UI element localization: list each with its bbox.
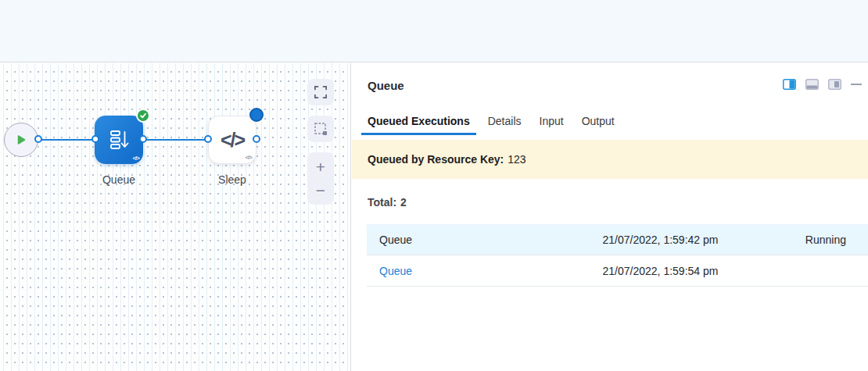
canvas-toolbar: + − (307, 79, 334, 205)
panel-title: Queue (368, 79, 404, 92)
tab-output[interactable]: Output (576, 109, 621, 135)
execution-status: Running (719, 234, 868, 246)
dock-side-icon[interactable] (783, 79, 796, 90)
tab-input[interactable]: Input (533, 109, 570, 135)
execution-time: 21/07/2022, 1:59:42 pm (601, 234, 719, 246)
node-label-queue: Queue (80, 173, 158, 186)
panel-window-controls (783, 79, 862, 90)
total-count: Total:2 (368, 196, 852, 209)
total-label: Total: (368, 196, 396, 209)
execution-time: 21/07/2022, 1:59:54 pm (601, 265, 719, 277)
queue-icon (107, 128, 131, 152)
node-sleep[interactable]: </> </> (208, 116, 256, 164)
resource-key-value: 123 (508, 153, 525, 166)
executions-table: Queue 21/07/2022, 1:59:42 pm Running Que… (367, 224, 868, 287)
select-area-icon (314, 123, 328, 136)
zoom-out-button[interactable]: − (316, 182, 325, 198)
details-panel: Queue Queued Executi (352, 63, 868, 371)
code-mini-icon: </> (245, 154, 252, 161)
code-icon: </> (221, 129, 244, 152)
tab-queued-executions[interactable]: Queued Executions (361, 109, 476, 135)
connection-queue-to-sleep[interactable] (143, 139, 209, 141)
zoom-button-group: + − (307, 152, 334, 205)
code-mini-icon: </> (132, 155, 139, 162)
top-bar (0, 0, 868, 62)
play-icon (16, 134, 27, 145)
resource-key-banner: Queued by Resource Key:123 (352, 140, 868, 179)
node-label-sleep: Sleep (193, 173, 271, 186)
fit-view-icon (314, 86, 327, 98)
sleep-output-connector[interactable] (253, 135, 260, 143)
start-output-connector[interactable] (34, 135, 42, 143)
node-queue[interactable]: </> (95, 116, 143, 164)
minimize-icon[interactable] (851, 79, 862, 90)
tab-details[interactable]: Details (482, 109, 528, 135)
queue-output-connector[interactable] (139, 135, 147, 143)
execution-row[interactable]: Queue 21/07/2022, 1:59:54 pm (367, 255, 868, 287)
total-value: 2 (400, 196, 407, 209)
panel-tabs: Queued Executions Details Input Output (352, 109, 868, 135)
queued-dot-badge (249, 108, 264, 122)
select-area-button[interactable] (307, 116, 334, 142)
resource-key-label: Queued by Resource Key: (368, 153, 504, 166)
fit-view-button[interactable] (307, 79, 334, 105)
dock-float-icon[interactable] (828, 79, 841, 90)
zoom-in-button[interactable]: + (316, 159, 325, 175)
start-node[interactable] (4, 123, 38, 157)
connection-start-to-queue[interactable] (38, 139, 96, 141)
check-icon (136, 109, 150, 123)
dock-bottom-icon[interactable] (805, 79, 819, 90)
workflow-canvas[interactable]: </> </> </> Queue Sleep (0, 63, 351, 371)
execution-name-link[interactable]: Queue (367, 265, 601, 277)
sleep-input-connector[interactable] (204, 135, 212, 143)
execution-row[interactable]: Queue 21/07/2022, 1:59:42 pm Running (367, 224, 868, 255)
execution-name: Queue (367, 234, 601, 246)
queue-input-connector[interactable] (91, 135, 99, 143)
panel-header: Queue (352, 63, 868, 93)
app-window: </> </> </> Queue Sleep (0, 0, 868, 371)
